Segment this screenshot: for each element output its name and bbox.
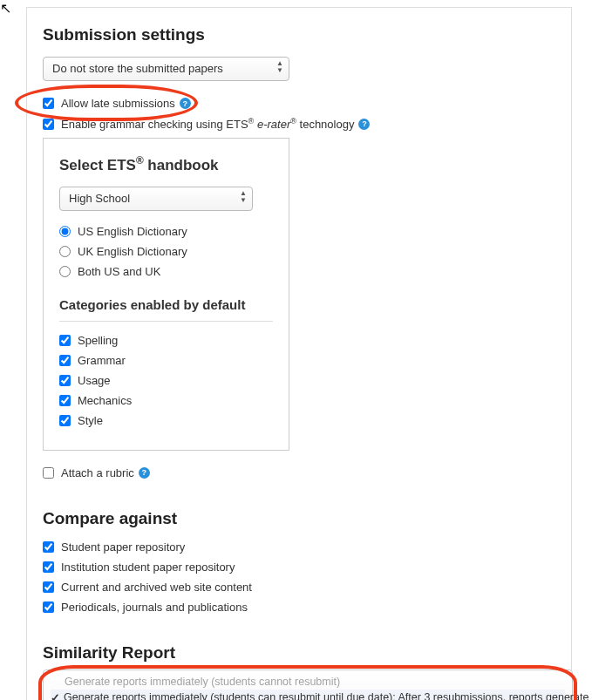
dict-both-label: Both US and UK (78, 265, 160, 278)
cat-spelling-checkbox[interactable] (59, 335, 71, 346)
storage-select[interactable]: Do not store the submitted papers ▲▼ (43, 57, 289, 81)
cat-grammar-checkbox[interactable] (59, 355, 71, 366)
cmp-web-label: Current and archived web site content (61, 581, 252, 594)
cmp-journals-label: Periodicals, journals and publications (61, 601, 248, 614)
grammar-label: Enable grammar checking using ETS® e-rat… (61, 117, 354, 131)
submission-settings-title: Submission settings (43, 25, 555, 44)
cmp-web-checkbox[interactable] (43, 581, 54, 593)
ets-subpanel: Select ETS® handbook High School ▲▼ US E… (43, 138, 289, 451)
categories-title: Categories enabled by default (59, 297, 273, 312)
select-arrows-icon: ▲▼ (276, 60, 284, 74)
dict-uk-row: UK English Dictionary (59, 245, 273, 258)
attach-rubric-row: Attach a rubric ? (43, 466, 555, 479)
dict-both-radio[interactable] (59, 266, 71, 277)
help-icon[interactable]: ? (139, 467, 150, 479)
allow-late-label: Allow late submissions (61, 97, 175, 110)
grammar-row: Enable grammar checking using ETS® e-rat… (43, 117, 555, 131)
help-icon[interactable]: ? (358, 119, 370, 130)
sim-option-1-label: Generate reports immediately (students c… (65, 676, 340, 688)
help-icon[interactable]: ? (180, 98, 191, 109)
grammar-checkbox[interactable] (43, 119, 54, 130)
cat-usage-checkbox[interactable] (59, 375, 71, 386)
cmp-inst-checkbox[interactable] (43, 561, 54, 573)
handbook-select-value: High School (69, 192, 130, 205)
settings-panel: Submission settings Do not store the sub… (26, 7, 572, 700)
dict-us-label: US English Dictionary (78, 225, 187, 238)
storage-select-value: Do not store the submitted papers (52, 62, 223, 75)
cat-usage-label: Usage (78, 374, 111, 387)
cat-style-label: Style (78, 414, 103, 427)
cmp-student-checkbox[interactable] (43, 541, 54, 553)
cat-spelling-label: Spelling (78, 334, 118, 347)
cmp-inst-label: Institution student paper repository (61, 561, 235, 574)
divider (59, 321, 273, 322)
dict-uk-radio[interactable] (59, 246, 71, 257)
dict-us-row: US English Dictionary (59, 225, 273, 238)
attach-rubric-checkbox[interactable] (43, 467, 54, 479)
allow-late-row: Allow late submissions ? (43, 97, 555, 110)
similarity-report-title: Similarity Report (43, 643, 555, 663)
cat-mechanics-label: Mechanics (78, 394, 132, 407)
sim-option-1[interactable]: Generate reports immediately (students c… (51, 674, 565, 690)
cmp-student-label: Student paper repository (61, 540, 185, 554)
cmp-journals-checkbox[interactable] (43, 601, 54, 613)
dict-both-row: Both US and UK (59, 265, 273, 278)
similarity-options-box[interactable]: Generate reports immediately (students c… (43, 669, 573, 700)
select-arrows-icon: ▲▼ (239, 190, 248, 204)
cat-grammar-label: Grammar (78, 354, 126, 367)
dict-us-radio[interactable] (59, 226, 71, 237)
dict-uk-label: UK English Dictionary (78, 245, 187, 258)
cat-mechanics-checkbox[interactable] (59, 395, 71, 406)
handbook-select[interactable]: High School ▲▼ (59, 187, 253, 211)
cat-style-checkbox[interactable] (59, 415, 71, 426)
check-icon: ✓ (51, 691, 60, 700)
handbook-title: Select ETS® handbook (59, 154, 273, 174)
cursor-icon: ↖ (0, 0, 11, 17)
sim-option-2-label: Generate reports immediately (students c… (64, 691, 592, 700)
attach-rubric-label: Attach a rubric (61, 466, 134, 479)
sim-option-2[interactable]: ✓ Generate reports immediately (students… (51, 690, 565, 700)
allow-late-checkbox[interactable] (43, 98, 54, 109)
compare-against-title: Compare against (43, 509, 555, 528)
